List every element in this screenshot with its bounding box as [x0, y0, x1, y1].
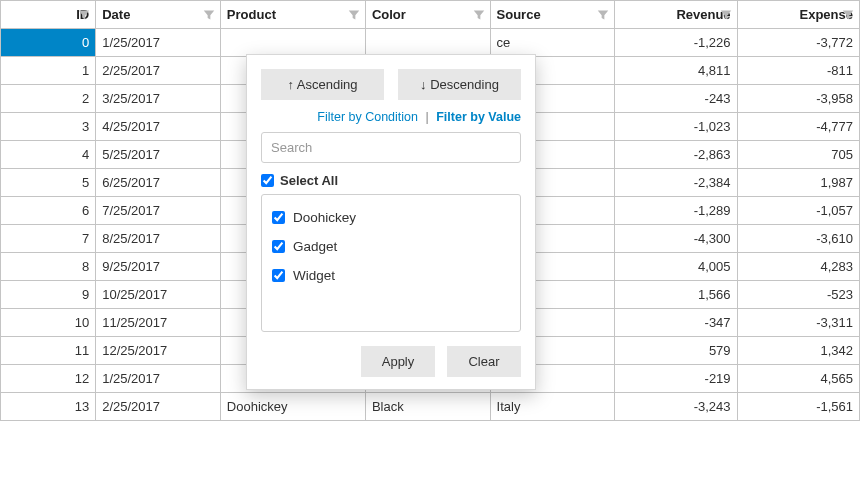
- cell[interactable]: 2: [1, 85, 96, 113]
- cell[interactable]: 4: [1, 141, 96, 169]
- cell[interactable]: 12/25/2017: [96, 337, 221, 365]
- filter-value-checkbox[interactable]: [272, 269, 285, 282]
- cell[interactable]: -2,384: [615, 169, 737, 197]
- header-revenue[interactable]: Revenue: [615, 1, 737, 29]
- cell[interactable]: -3,610: [737, 225, 859, 253]
- cell[interactable]: 705: [737, 141, 859, 169]
- cell[interactable]: 11: [1, 337, 96, 365]
- cell[interactable]: -811: [737, 57, 859, 85]
- cell[interactable]: 5: [1, 169, 96, 197]
- cell[interactable]: -3,958: [737, 85, 859, 113]
- cell[interactable]: 3: [1, 113, 96, 141]
- cell[interactable]: 4,811: [615, 57, 737, 85]
- cell[interactable]: 6: [1, 197, 96, 225]
- cell[interactable]: 1,566: [615, 281, 737, 309]
- cell[interactable]: 4,005: [615, 253, 737, 281]
- filter-value-item[interactable]: Gadget: [272, 232, 510, 261]
- cell[interactable]: 0: [1, 29, 96, 57]
- filter-icon[interactable]: [596, 8, 610, 22]
- filter-value-item[interactable]: Doohickey: [272, 203, 510, 232]
- filter-icon[interactable]: [719, 8, 733, 22]
- cell[interactable]: -3,243: [615, 393, 737, 421]
- cell[interactable]: -4,777: [737, 113, 859, 141]
- cell[interactable]: 11/25/2017: [96, 309, 221, 337]
- cell[interactable]: 1,987: [737, 169, 859, 197]
- cell[interactable]: 2/25/2017: [96, 393, 221, 421]
- cell[interactable]: -1,289: [615, 197, 737, 225]
- cell[interactable]: 5/25/2017: [96, 141, 221, 169]
- filter-value-item[interactable]: Widget: [272, 261, 510, 290]
- header-source[interactable]: Source: [490, 1, 615, 29]
- cell[interactable]: 3/25/2017: [96, 85, 221, 113]
- filter-icon[interactable]: [347, 8, 361, 22]
- select-all-checkbox[interactable]: [261, 174, 274, 187]
- select-all-row[interactable]: Select All: [261, 173, 521, 188]
- cell[interactable]: -3,772: [737, 29, 859, 57]
- filter-value-checkbox[interactable]: [272, 240, 285, 253]
- sort-ascending-button[interactable]: ↑ Ascending: [261, 69, 384, 100]
- cell[interactable]: -4,300: [615, 225, 737, 253]
- cell[interactable]: 1,342: [737, 337, 859, 365]
- cell[interactable]: 10/25/2017: [96, 281, 221, 309]
- filter-value-label: Doohickey: [293, 210, 356, 225]
- filter-icon[interactable]: [77, 8, 91, 22]
- select-all-label: Select All: [280, 173, 338, 188]
- cell[interactable]: -3,311: [737, 309, 859, 337]
- cell[interactable]: -1,561: [737, 393, 859, 421]
- table-row[interactable]: 01/25/2017ce-1,226-3,772: [1, 29, 860, 57]
- filter-value-list: DoohickeyGadgetWidget: [261, 194, 521, 332]
- header-expense[interactable]: Expense: [737, 1, 859, 29]
- cell[interactable]: -1,023: [615, 113, 737, 141]
- cell[interactable]: 4,565: [737, 365, 859, 393]
- cell[interactable]: 6/25/2017: [96, 169, 221, 197]
- cell[interactable]: -2,863: [615, 141, 737, 169]
- cell[interactable]: 7: [1, 225, 96, 253]
- filter-value-label: Widget: [293, 268, 335, 283]
- cell[interactable]: 2/25/2017: [96, 57, 221, 85]
- cell[interactable]: 4/25/2017: [96, 113, 221, 141]
- cell[interactable]: -1,057: [737, 197, 859, 225]
- cell[interactable]: 1: [1, 57, 96, 85]
- table-row[interactable]: 132/25/2017DoohickeyBlackItaly-3,243-1,5…: [1, 393, 860, 421]
- separator: |: [422, 110, 433, 124]
- cell[interactable]: ce: [490, 29, 615, 57]
- filter-icon[interactable]: [841, 8, 855, 22]
- cell[interactable]: 579: [615, 337, 737, 365]
- cell[interactable]: -219: [615, 365, 737, 393]
- cell[interactable]: -347: [615, 309, 737, 337]
- header-id[interactable]: ID: [1, 1, 96, 29]
- tab-filter-by-value[interactable]: Filter by Value: [436, 110, 521, 124]
- cell[interactable]: -243: [615, 85, 737, 113]
- header-date[interactable]: Date: [96, 1, 221, 29]
- cell[interactable]: -1,226: [615, 29, 737, 57]
- cell[interactable]: 13: [1, 393, 96, 421]
- cell[interactable]: [365, 29, 490, 57]
- cell[interactable]: [220, 29, 365, 57]
- filter-icon[interactable]: [202, 8, 216, 22]
- cell[interactable]: 8/25/2017: [96, 225, 221, 253]
- filter-value-checkbox[interactable]: [272, 211, 285, 224]
- cell[interactable]: 10: [1, 309, 96, 337]
- cell[interactable]: Black: [365, 393, 490, 421]
- column-filter-popup: ↑ Ascending ↓ Descending Filter by Condi…: [246, 54, 536, 390]
- cell[interactable]: 1/25/2017: [96, 29, 221, 57]
- cell[interactable]: 1/25/2017: [96, 365, 221, 393]
- cell[interactable]: -523: [737, 281, 859, 309]
- clear-button[interactable]: Clear: [447, 346, 521, 377]
- cell[interactable]: Italy: [490, 393, 615, 421]
- apply-button[interactable]: Apply: [361, 346, 435, 377]
- tab-filter-by-condition[interactable]: Filter by Condition: [317, 110, 418, 124]
- cell[interactable]: Doohickey: [220, 393, 365, 421]
- header-color[interactable]: Color: [365, 1, 490, 29]
- cell[interactable]: 9: [1, 281, 96, 309]
- cell[interactable]: 7/25/2017: [96, 197, 221, 225]
- cell[interactable]: 4,283: [737, 253, 859, 281]
- sort-descending-button[interactable]: ↓ Descending: [398, 69, 521, 100]
- filter-tabs: Filter by Condition | Filter by Value: [261, 110, 521, 124]
- header-product[interactable]: Product: [220, 1, 365, 29]
- filter-icon[interactable]: [472, 8, 486, 22]
- filter-search-input[interactable]: [261, 132, 521, 163]
- cell[interactable]: 12: [1, 365, 96, 393]
- cell[interactable]: 9/25/2017: [96, 253, 221, 281]
- cell[interactable]: 8: [1, 253, 96, 281]
